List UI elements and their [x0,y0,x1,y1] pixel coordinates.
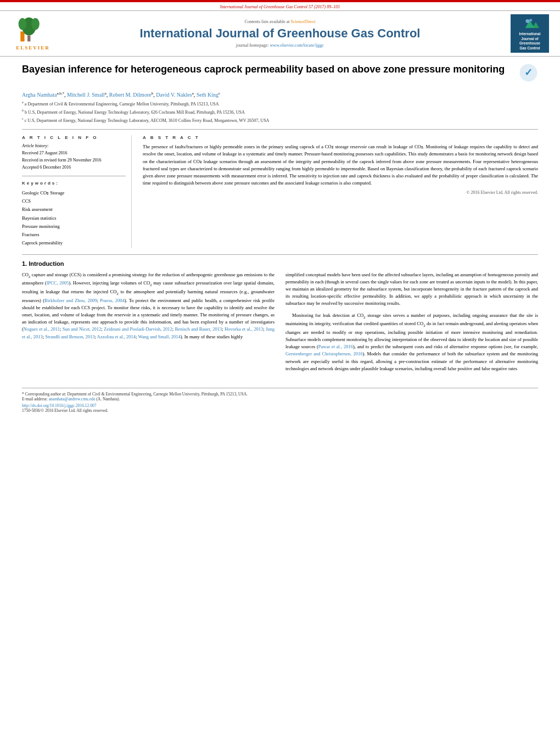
svg-text:✓: ✓ [524,67,533,78]
author-dilmore[interactable]: Robert M. Dilmore [109,92,152,98]
accepted-date: Accepted 6 December 2016 [22,164,126,171]
received-revised: Received in revised form 29 November 201… [22,157,126,164]
svg-rect-0 [20,31,24,41]
affil-b: b b U.S, Department of Energy, National … [22,108,538,116]
ref-hovorka[interactable]: Hovorka et al., 2013 [225,326,263,332]
journal-title-area: Contents lists available at ScienceDirec… [55,19,505,48]
elsevier-text: ELSEVIER [16,45,50,51]
keywords-heading: Keywords: [22,181,126,186]
sciencedirect-link[interactable]: ScienceDirect [291,19,316,24]
doi-line[interactable]: http://dx.doi.org/10.1016/j.ijggc.2016.1… [22,403,538,408]
ref-nogues[interactable]: Nogues et al., 2011 [24,326,60,332]
body-two-col: CO2 capture and storage (CCS) is conside… [22,271,538,377]
ref-ipcc-2005[interactable]: IPCC, 2005 [47,280,69,286]
keyword-1: Geologic CO₂ Storage [22,189,126,197]
article-title: Bayesian inference for heterogeneous cap… [22,63,513,76]
elsevier-tree-icon [16,16,49,44]
keywords-section: Keywords: Geologic CO₂ Storage CCS Risk … [22,181,126,248]
svg-rect-4 [27,36,30,42]
ref-benisch[interactable]: Benisch and Bauer, 2013 [175,326,222,332]
email-line: E-mail address: anamhata@andrew.cmu.edu … [22,397,538,401]
svg-point-9 [529,19,532,21]
article-info-abstract: A R T I C L E I N F O Article history: R… [22,129,538,247]
keyword-7: Caprock permeability [22,239,126,247]
body-right-col: simplified conceptual models have been u… [285,271,538,377]
svg-point-2 [19,18,27,30]
author-king[interactable]: Seth King [197,92,219,98]
contents-line: Contents lists available at ScienceDirec… [55,19,505,24]
journal-citation: International Journal of Greenhouse Gas … [0,2,560,10]
author-small[interactable]: Mitchell J. Small [67,92,105,98]
body-left-col: CO2 capture and storage (CCS) is conside… [22,271,275,377]
author-nakles[interactable]: David V. Nakles [156,92,192,98]
ref-gerstenberger[interactable]: Gerstenberger and Christophersen, 2016 [285,351,362,356]
affil-a: a a Department of Civil & Environmental … [22,100,538,108]
ref-zeidouni[interactable]: Zeidouni and Pooladi-Darvish, 2012 [104,326,172,332]
abstract-text: The presence of faults/fractures or high… [143,143,538,187]
email-link[interactable]: anamhata@andrew.cmu.edu [49,397,96,401]
received-date: Received 27 August 2016 [22,150,126,157]
article-info-heading: A R T I C L E I N F O [22,135,126,140]
intro-para-3: Monitoring for leak detection at CO2 sto… [285,312,538,372]
ref-sun[interactable]: Sun and Nicot, 2012 [63,326,102,332]
keyword-6: Fractures [22,231,126,239]
intro-para-2: simplified conceptual models have been u… [285,271,538,308]
article-info-col: A R T I C L E I N F O Article history: R… [22,135,132,247]
footnote-area: * Corresponding author at: Department of… [22,388,538,413]
greenhouse-logo-icon [519,16,541,30]
authors-line: Argha Namhataa,b,*, Mitchell J. Smalla, … [22,91,538,98]
keyword-2: CCS [22,197,126,205]
journal-header: ELSEVIER Contents lists available at Sci… [0,10,560,57]
greenhouse-logo-text: International Journal ofGreenhouseGas Co… [513,32,547,51]
divider [22,176,126,176]
ref-birkholzer[interactable]: Birkholzer and Zhou, 2009 [44,298,97,303]
homepage-url[interactable]: www.elsevier.com/locate/ijggc [270,43,324,48]
crossmark-icon: ✓ [519,63,538,82]
elsevier-logo: ELSEVIER [11,16,55,51]
intro-para-1: CO2 capture and storage (CCS) is conside… [22,271,275,341]
greenhouse-logo-box: International Journal ofGreenhouseGas Co… [511,14,549,53]
ref-wang[interactable]: Wang and Small, 2014 [138,334,180,339]
journal-main-title: International Journal of Greenhouse Gas … [55,26,505,41]
affil-c: c c U.S, Department of Energy, National … [22,116,538,124]
author-namhata[interactable]: Argha Namhata [22,92,57,98]
history-label: Article history: [22,143,126,148]
article-history: Article history: Received 27 August 2016… [22,143,126,171]
greenhouse-logo-container: International Journal ofGreenhouseGas Co… [505,14,549,53]
ref-pruess[interactable]: Pruess, 2004 [100,298,125,303]
svg-point-8 [525,19,529,23]
issn-line: 1750-5836/© 2016 Elsevier Ltd. All right… [22,408,538,413]
copyright-line: © 2016 Elsevier Ltd. All rights reserved… [143,190,538,195]
svg-point-3 [31,18,40,30]
journal-homepage-line: journal homepage: www.elsevier.com/locat… [55,43,505,48]
keyword-4: Bayesian statistics [22,214,126,222]
affiliations: a a Department of Civil & Environmental … [22,100,538,124]
corresponding-note: * Corresponding author at: Department of… [22,392,538,397]
section-1-title: 1. Introduction [22,260,538,267]
ref-azzolina[interactable]: Azzolina et al., 2014 [97,334,136,339]
main-content: Bayesian inference for heterogeneous cap… [0,57,560,420]
ref-pawar[interactable]: Pawar et al., 2016 [318,344,353,349]
article-title-section: Bayesian inference for heterogeneous cap… [22,63,538,86]
abstract-col: A B S T R A C T The presence of faults/f… [143,135,538,247]
keyword-5: Pressure monitoring [22,222,126,231]
abstract-heading: A B S T R A C T [143,135,538,140]
body-section: 1. Introduction CO2 capture and storage … [22,254,538,377]
keyword-3: Risk assessment [22,205,126,214]
ref-strandli[interactable]: Strandli and Benson, 2013 [45,334,94,339]
